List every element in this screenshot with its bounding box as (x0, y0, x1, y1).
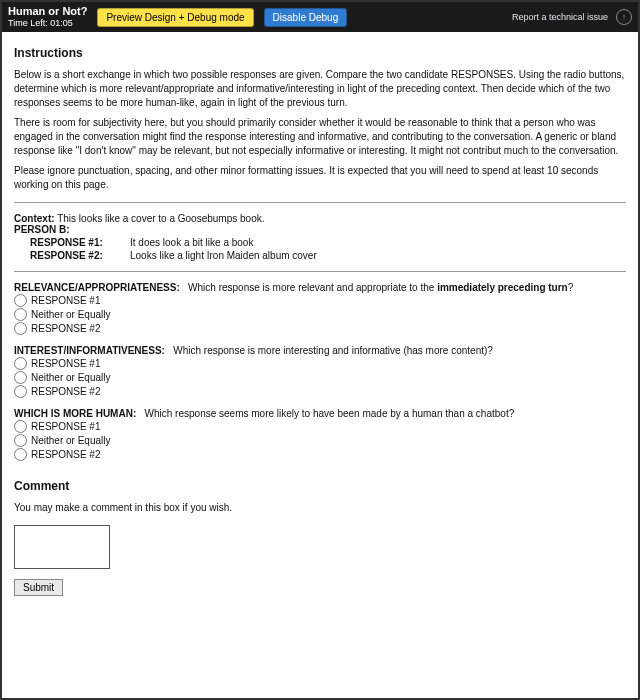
q2-label: INTEREST/INFORMATIVENESS: (14, 345, 165, 356)
q1-opt2-radio[interactable] (14, 308, 27, 321)
q1-opt1-label: RESPONSE #1 (31, 295, 100, 306)
top-bar: Human or Not? Time Left: 01:05 Preview D… (2, 2, 638, 32)
response-1-text: It does look a bit like a book (130, 237, 253, 248)
response-2-text: Looks like a light Iron Maiden album cov… (130, 250, 317, 261)
question-interest: INTEREST/INFORMATIVENESS: Which response… (14, 345, 626, 398)
context-text: This looks like a cover to a Goosebumps … (57, 213, 264, 224)
q1-label: RELEVANCE/APPROPRIATENESS: (14, 282, 180, 293)
q3-opt2-radio[interactable] (14, 434, 27, 447)
comment-textarea[interactable] (14, 525, 110, 569)
q3-label: WHICH IS MORE HUMAN: (14, 408, 136, 419)
q1-prompt-c: ? (568, 282, 574, 293)
q3-opt3-label: RESPONSE #2 (31, 449, 100, 460)
q2-opt3-label: RESPONSE #2 (31, 386, 100, 397)
question-relevance: RELEVANCE/APPROPRIATENESS: Which respons… (14, 282, 626, 335)
q2-opt3-radio[interactable] (14, 385, 27, 398)
main-content: Instructions Below is a short exchange i… (2, 32, 638, 698)
instructions-p1: Below is a short exchange in which two p… (14, 68, 626, 110)
q2-prompt: Which response is more interesting and i… (173, 345, 493, 356)
submit-button[interactable]: Submit (14, 579, 63, 596)
instructions-heading: Instructions (14, 46, 626, 60)
page-title: Human or Not? (8, 5, 87, 18)
response-1-label: RESPONSE #1: (30, 237, 130, 248)
q1-opt2-label: Neither or Equally (31, 309, 110, 320)
q2-opt2-radio[interactable] (14, 371, 27, 384)
question-human: WHICH IS MORE HUMAN: Which response seem… (14, 408, 626, 461)
person-b-label: PERSON B: (14, 224, 626, 235)
q1-opt1-radio[interactable] (14, 294, 27, 307)
context-label: Context: (14, 213, 55, 224)
report-issue-link[interactable]: Report a technical issue (512, 12, 608, 22)
q3-opt3-radio[interactable] (14, 448, 27, 461)
preview-debug-button[interactable]: Preview Design + Debug mode (97, 8, 253, 27)
comment-heading: Comment (14, 479, 626, 493)
response-2-label: RESPONSE #2: (30, 250, 130, 261)
q1-prompt-b: immediately preceding turn (437, 282, 568, 293)
q1-opt3-radio[interactable] (14, 322, 27, 335)
upload-icon[interactable]: ↑ (616, 9, 632, 25)
q1-prompt-a: Which response is more relevant and appr… (188, 282, 437, 293)
divider (14, 271, 626, 272)
q3-opt1-label: RESPONSE #1 (31, 421, 100, 432)
q2-opt2-label: Neither or Equally (31, 372, 110, 383)
context-block: Context: This looks like a cover to a Go… (14, 213, 626, 261)
q3-prompt: Which response seems more likely to have… (145, 408, 515, 419)
q3-opt1-radio[interactable] (14, 420, 27, 433)
timer: Time Left: 01:05 (8, 18, 87, 29)
q2-opt1-radio[interactable] (14, 357, 27, 370)
instructions-p2: There is room for subjectivity here, but… (14, 116, 626, 158)
q3-opt2-label: Neither or Equally (31, 435, 110, 446)
instructions-p3: Please ignore punctuation, spacing, and … (14, 164, 626, 192)
q2-opt1-label: RESPONSE #1 (31, 358, 100, 369)
divider (14, 202, 626, 203)
q1-opt3-label: RESPONSE #2 (31, 323, 100, 334)
disable-debug-button[interactable]: Disable Debug (264, 8, 348, 27)
comment-prompt: You may make a comment in this box if yo… (14, 501, 626, 515)
